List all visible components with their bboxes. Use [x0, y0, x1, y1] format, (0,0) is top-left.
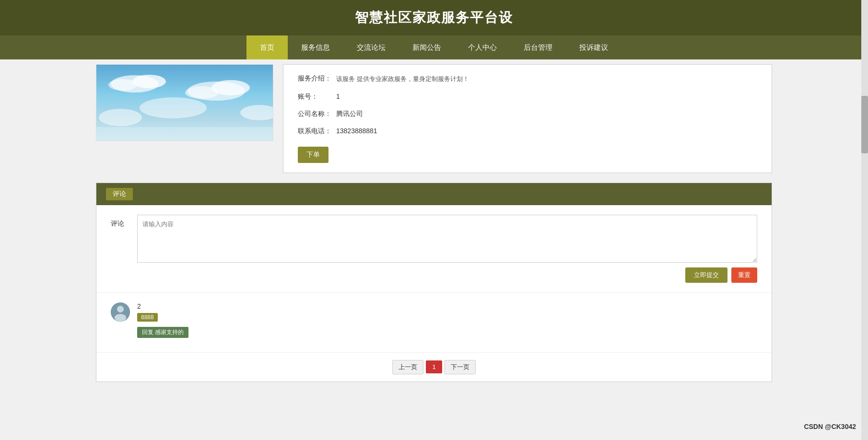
comment-tab: 评论	[106, 188, 133, 200]
prev-page-button[interactable]: 上一页	[392, 360, 423, 374]
svg-point-13	[115, 314, 126, 322]
page-1-button[interactable]: 1	[426, 360, 442, 373]
phone-row: 联系电话： 13823888881	[298, 127, 757, 136]
sky-background	[96, 65, 273, 140]
comment-reply-wrapper: 回复 感谢支持的	[137, 327, 757, 338]
main-content: 服务介绍： 该服务 提供专业家政服务，量身定制服务计划！ 账号： 1 公司名称：…	[86, 59, 782, 396]
account-label: 账号：	[298, 93, 336, 101]
product-image	[96, 64, 273, 141]
comment-badge: 8888	[137, 313, 158, 322]
account-value: 1	[336, 93, 340, 100]
reply-button[interactable]: 回复 感谢支持的	[137, 327, 188, 338]
info-card: 服务介绍： 该服务 提供专业家政服务，量身定制服务计划！ 账号： 1 公司名称：…	[283, 64, 772, 173]
service-desc-label: 服务介绍：	[298, 74, 336, 83]
order-button[interactable]: 下单	[298, 147, 328, 163]
submit-button[interactable]: 立即提交	[685, 267, 727, 283]
nav-item-forum[interactable]: 交流论坛	[343, 35, 399, 59]
comment-buttons: 立即提交 重置	[111, 267, 757, 283]
comment-header: 评论	[96, 183, 772, 205]
nav-item-news[interactable]: 新闻公告	[399, 35, 455, 59]
nav-item-complaint[interactable]: 投诉建议	[566, 35, 622, 59]
service-desc-row: 服务介绍： 该服务 提供专业家政服务，量身定制服务计划！	[298, 74, 757, 84]
comment-item: 2 8888 回复 感谢支持的	[111, 302, 757, 338]
top-section: 服务介绍： 该服务 提供专业家政服务，量身定制服务计划！ 账号： 1 公司名称：…	[96, 64, 772, 173]
avatar-image	[111, 302, 130, 322]
comment-section: 评论 评论 立即提交 重置	[96, 183, 772, 382]
nav-item-service[interactable]: 服务信息	[288, 35, 343, 59]
nav-item-admin[interactable]: 后台管理	[510, 35, 566, 59]
phone-value: 13823888881	[336, 127, 377, 135]
main-nav: 首页 服务信息 交流论坛 新闻公告 个人中心 后台管理 投诉建议	[0, 35, 868, 59]
comment-textarea[interactable]	[137, 215, 757, 263]
header-title: 智慧社区家政服务平台设	[355, 10, 513, 25]
phone-label: 联系电话：	[298, 127, 336, 136]
comment-form-label: 评论	[111, 215, 130, 228]
svg-rect-10	[96, 127, 273, 141]
next-page-button[interactable]: 下一页	[445, 360, 476, 374]
svg-point-2	[132, 75, 166, 88]
svg-point-12	[117, 306, 124, 313]
comment-content: 2 8888 回复 感谢支持的	[137, 302, 757, 338]
company-row: 公司名称： 腾讯公司	[298, 110, 757, 118]
comment-form-row: 评论	[111, 215, 757, 263]
comment-badge-wrapper: 8888	[137, 313, 757, 324]
svg-point-6	[185, 86, 219, 99]
company-label: 公司名称：	[298, 110, 336, 118]
comment-list: 2 8888 回复 感谢支持的	[96, 293, 772, 353]
comment-avatar	[111, 302, 130, 322]
reset-button[interactable]: 重置	[731, 267, 757, 283]
scrollbar-thumb[interactable]	[861, 96, 868, 153]
svg-point-3	[108, 79, 137, 91]
nav-item-home[interactable]: 首页	[246, 35, 288, 59]
nav-item-profile[interactable]: 个人中心	[455, 35, 510, 59]
svg-point-9	[99, 109, 142, 126]
scrollbar[interactable]	[861, 0, 868, 396]
comment-number: 2	[137, 302, 757, 310]
account-row: 账号： 1	[298, 93, 757, 101]
company-value: 腾讯公司	[336, 110, 363, 118]
service-desc-value: 该服务 提供专业家政服务，量身定制服务计划！	[336, 74, 469, 84]
svg-point-7	[140, 97, 207, 118]
comment-form-area: 评论 立即提交 重置	[96, 205, 772, 293]
pagination: 上一页 1 下一页	[96, 353, 772, 382]
page-header: 智慧社区家政服务平台设	[0, 0, 868, 35]
